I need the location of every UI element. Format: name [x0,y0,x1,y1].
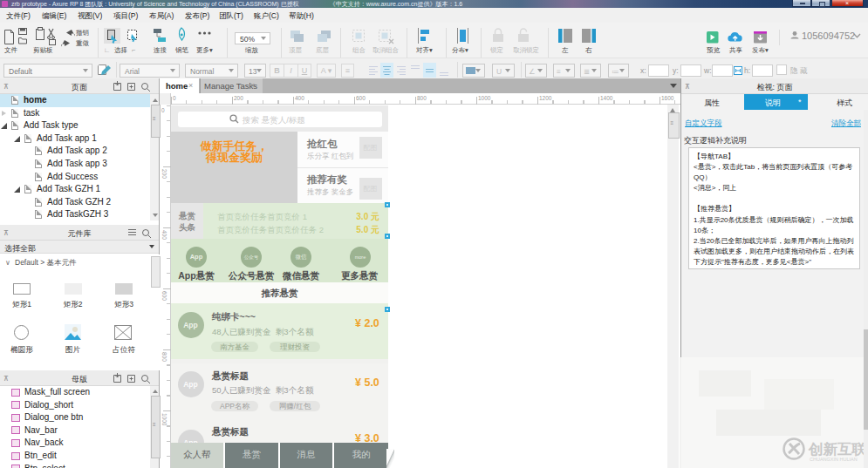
svg-text:创新互联: 创新互联 [808,441,867,457]
svg-text:CHUANGXIN HULIAN: CHUANGXIN HULIAN [810,457,858,462]
